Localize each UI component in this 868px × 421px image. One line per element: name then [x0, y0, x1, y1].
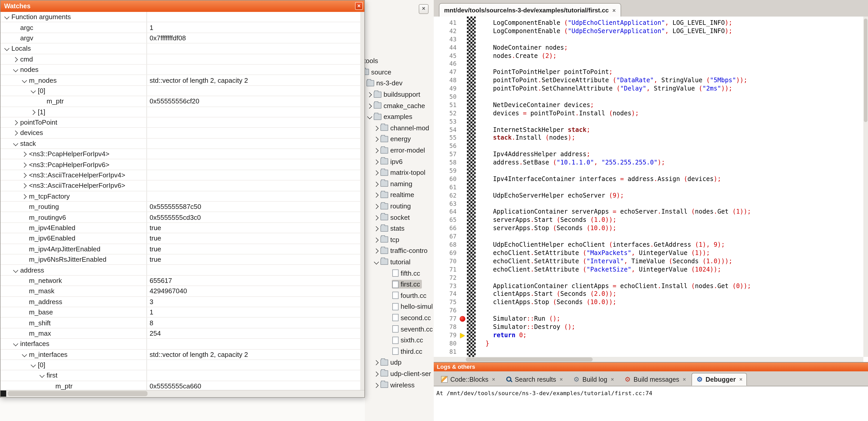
watch-row[interactable]: Locals — [1, 43, 360, 54]
expand-icon[interactable] — [373, 382, 380, 388]
collapse-icon[interactable] — [365, 80, 366, 87]
tree-item-tutorial[interactable]: tutorial — [373, 256, 434, 267]
line-marker[interactable] — [459, 19, 467, 27]
line-marker[interactable] — [459, 323, 467, 331]
line-marker[interactable] — [459, 44, 467, 52]
collapse-icon[interactable] — [4, 13, 10, 20]
tree-item-routing[interactable]: routing — [373, 200, 434, 212]
tab-close-icon[interactable]: × — [611, 377, 614, 382]
tree-item-sixth-cc[interactable]: sixth.cc — [385, 335, 434, 346]
watch-row[interactable]: m_routingv60x5555555cd3c0 — [1, 212, 360, 223]
watch-row[interactable]: argc1 — [1, 23, 360, 33]
tree-item-realtime[interactable]: realtime — [373, 189, 434, 200]
expand-icon[interactable] — [373, 225, 380, 232]
tab-close-icon[interactable]: × — [612, 7, 616, 13]
tab-search-results[interactable]: Search results× — [501, 373, 567, 386]
watch-row[interactable]: m_nodesstd::vector of length 2, capacity… — [1, 75, 360, 86]
tab-build-messages[interactable]: Build messages× — [620, 373, 690, 386]
watch-row[interactable]: m_shift8 — [1, 318, 360, 328]
tree-item-wireless[interactable]: wireless — [373, 379, 434, 390]
collapse-icon[interactable] — [21, 77, 28, 84]
editor-body[interactable]: 41 LogComponentEnable ("UdpEchoClientApp… — [434, 17, 868, 362]
tab-build-log[interactable]: Build log× — [568, 373, 619, 386]
code-line[interactable]: 81 — [434, 348, 863, 356]
watch-row[interactable]: pointToPoint — [1, 118, 360, 128]
watch-row[interactable]: stack — [1, 138, 360, 149]
watch-row[interactable]: cmd — [1, 54, 360, 65]
watch-row[interactable]: m_routing0x555555587c50 — [1, 202, 360, 212]
code-line[interactable]: 57 Ipv4AddressHelper address; — [434, 151, 863, 159]
watch-row[interactable]: m_network655617 — [1, 276, 360, 286]
code-line[interactable]: 70 echoClient.SetAttribute ("Interval", … — [434, 258, 863, 266]
line-marker[interactable] — [459, 348, 467, 356]
tree-item-ns-3-dev[interactable]: ns-3-dev — [365, 77, 428, 89]
watch-row[interactable]: <ns3::AsciiTraceHelperForIpv6> — [1, 181, 360, 191]
tree-item-tools[interactable]: tools — [365, 55, 415, 66]
management-close-button[interactable]: × — [419, 4, 429, 14]
tree-item-udp-client-ser[interactable]: udp-client-ser — [373, 368, 434, 379]
watch-row[interactable]: <ns3::PcapHelperForIpv6> — [1, 160, 360, 170]
editor-horizontal-scrollbar[interactable] — [434, 357, 863, 362]
line-marker[interactable] — [459, 274, 467, 282]
line-marker[interactable] — [459, 167, 467, 175]
line-marker[interactable] — [459, 258, 467, 266]
collapse-icon[interactable] — [12, 66, 19, 73]
watch-row[interactable]: first — [1, 370, 360, 381]
editor-vertical-scrollbar[interactable] — [863, 17, 868, 357]
watch-row[interactable]: m_ipv6Enabledtrue — [1, 233, 360, 244]
expand-icon[interactable] — [12, 130, 19, 136]
code-line[interactable]: 53 — [434, 118, 863, 126]
tree-item-udp[interactable]: udp — [373, 357, 434, 368]
line-marker[interactable] — [459, 101, 467, 110]
expand-icon[interactable] — [373, 147, 380, 154]
line-marker[interactable] — [459, 241, 467, 249]
code-line[interactable]: 79 return 0; — [434, 331, 863, 340]
expand-icon[interactable] — [373, 359, 380, 366]
line-marker[interactable] — [459, 282, 467, 290]
code-line[interactable]: 46 — [434, 60, 863, 68]
line-marker[interactable] — [459, 142, 467, 151]
tree-item-third-cc[interactable]: third.cc — [385, 346, 434, 357]
line-marker[interactable] — [459, 118, 467, 126]
expand-icon[interactable] — [373, 236, 380, 243]
expand-icon[interactable] — [21, 172, 28, 179]
tree-item-source[interactable]: source — [365, 66, 423, 77]
tab-close-icon[interactable]: × — [492, 377, 495, 382]
watch-row[interactable]: m_mask4294967040 — [1, 286, 360, 297]
line-marker[interactable] — [459, 151, 467, 159]
code-line[interactable]: 52 devices = pointToPoint.Install (nodes… — [434, 110, 863, 118]
watch-row[interactable]: m_interfacesstd::vector of length 2, cap… — [1, 349, 360, 360]
line-marker[interactable] — [459, 76, 467, 85]
expand-icon[interactable] — [21, 182, 28, 189]
tree-item-cmake-cache[interactable]: cmake_cache — [367, 100, 434, 111]
expand-icon[interactable] — [12, 119, 19, 126]
code-line[interactable]: 58 address.SetBase ("10.1.1.0", "255.255… — [434, 159, 863, 167]
code-line[interactable]: 77 Simulator::Run (); — [434, 315, 863, 323]
watches-vertical-scrollbar[interactable] — [360, 12, 364, 390]
expand-icon[interactable] — [373, 158, 380, 165]
watch-row[interactable]: devices — [1, 128, 360, 139]
collapse-icon[interactable] — [30, 88, 37, 94]
line-marker[interactable] — [459, 200, 467, 208]
code-line[interactable]: 61 — [434, 184, 863, 192]
watch-row[interactable]: nodes — [1, 65, 360, 75]
tree-item-socket[interactable]: socket — [373, 212, 434, 223]
line-marker[interactable] — [459, 93, 467, 101]
watch-row[interactable]: m_max254 — [1, 328, 360, 339]
line-marker[interactable] — [459, 110, 467, 118]
line-marker[interactable] — [459, 175, 467, 184]
tree-item-fourth-cc[interactable]: fourth.cc — [385, 290, 434, 301]
code-line[interactable]: 63 — [434, 200, 863, 208]
code-line[interactable]: 76 — [434, 307, 863, 315]
code-line[interactable]: 62 UdpEchoServerHelper echoServer (9); — [434, 192, 863, 200]
code-line[interactable]: 56 — [434, 142, 863, 151]
collapse-icon[interactable] — [30, 361, 37, 368]
watch-row[interactable]: m_tcpFactory — [1, 191, 360, 202]
code-line[interactable]: 55 stack.Install (nodes); — [434, 134, 863, 142]
watch-row[interactable]: Function arguments — [1, 12, 360, 23]
line-marker[interactable] — [459, 159, 467, 167]
code-line[interactable]: 44 NodeContainer nodes; — [434, 44, 863, 52]
expand-icon[interactable] — [373, 192, 380, 198]
expand-icon[interactable] — [30, 108, 37, 115]
expand-icon[interactable] — [367, 91, 373, 98]
